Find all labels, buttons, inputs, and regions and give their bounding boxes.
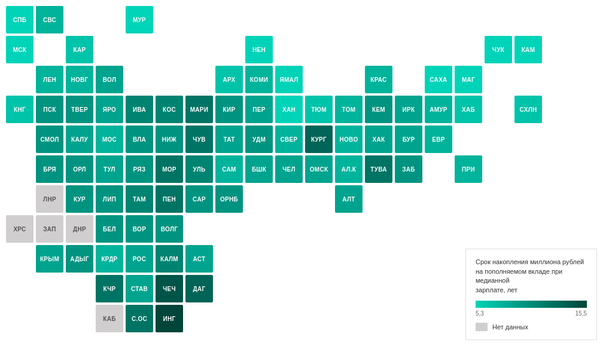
cell-крым: КРЫМ (36, 245, 63, 273)
cell-калу: КАЛУ (66, 126, 93, 153)
cell-мур: МУР (126, 6, 153, 33)
cell-инг: ИНГ (156, 305, 183, 332)
cell-свер: СВЕР (275, 126, 303, 153)
cell-ал.к: АЛ.К (335, 155, 363, 183)
cell-алт: АЛТ (335, 185, 363, 213)
cell-ямал: ЯМАЛ (275, 66, 303, 93)
cell-хрс: ХРС (6, 215, 34, 243)
cell-сар: САР (185, 185, 213, 213)
cell-вор: ВОР (126, 215, 153, 243)
cell-лен: ЛЕН (36, 66, 63, 93)
cell-вол: ВОЛ (96, 66, 123, 93)
map-container: СПБСВСМУРМСККАРНЕНЧУККАМЛЕННОВГВОЛАРХКОМ… (0, 0, 609, 364)
cell-крас: КРАС (365, 66, 392, 93)
cell-орнб: ОРНБ (215, 185, 243, 213)
cell-саха: САХА (425, 66, 452, 93)
cell-кос: КОС (156, 96, 183, 123)
cell-кчр: КЧР (96, 275, 123, 302)
cell-кур: КУР (66, 185, 93, 213)
cell-свс: СВС (36, 6, 63, 33)
cell-там: ТАМ (126, 185, 153, 213)
cell-кар: КАР (66, 36, 93, 63)
legend-max: 15,5 (575, 310, 587, 317)
cell-при: ПРИ (455, 155, 482, 183)
cell-бел: БЕЛ (96, 215, 123, 243)
legend-nodata-box (476, 323, 488, 331)
legend-nodata-label: Нет данных (492, 323, 528, 331)
cell-мари: МАРИ (185, 96, 213, 123)
cell-волг: ВОЛГ (156, 215, 183, 243)
cell-смол: СМОЛ (36, 126, 63, 153)
cell-орл: ОРЛ (66, 155, 93, 183)
cell-кам: КАМ (514, 36, 542, 63)
cell-каб: КАБ (96, 305, 123, 332)
cell-арх: АРХ (215, 66, 243, 93)
cell-рос: РОС (126, 245, 153, 273)
cell-уль: УЛЬ (185, 155, 213, 183)
cell-коми: КОМИ (245, 66, 273, 93)
cell-нен: НЕН (245, 36, 273, 63)
cell-хак: ХАК (365, 126, 392, 153)
cell-мор: МОР (156, 155, 183, 183)
cell-став: СТАВ (126, 275, 153, 302)
cell-амур: АМУР (425, 96, 452, 123)
cell-бшк: БШК (245, 155, 273, 183)
legend: Срок накопления миллиона рублей на попол… (465, 249, 597, 340)
cell-пен: ПЕН (156, 185, 183, 213)
cell-бря: БРЯ (36, 155, 63, 183)
cell-даг: ДАГ (185, 275, 213, 302)
cell-кем: КЕМ (365, 96, 392, 123)
cell-лнр: ЛНР (36, 185, 63, 213)
cell-сам: САМ (215, 155, 243, 183)
legend-title: Срок накопления миллиона рублей на попол… (476, 258, 587, 295)
cell-калм: КАЛМ (156, 245, 183, 273)
cell-кург: КУРГ (305, 126, 333, 153)
cell-ряз: РЯЗ (126, 155, 153, 183)
cell-тюм: ТЮМ (305, 96, 333, 123)
cell-адыг: АДЫГ (66, 245, 93, 273)
cell-новг: НОВГ (66, 66, 93, 93)
cell-чеч: ЧЕЧ (156, 275, 183, 302)
cell-аст: АСТ (185, 245, 213, 273)
cell-ново: НОВО (335, 126, 363, 153)
cell-чув: ЧУВ (185, 126, 213, 153)
cell-мск: МСК (6, 36, 34, 63)
cell-крдр: КРДР (96, 245, 123, 273)
cell-омск: ОМСК (305, 155, 333, 183)
cell-спб: СПБ (6, 6, 34, 33)
cell-пск: ПСК (36, 96, 63, 123)
cell-яро: ЯРО (96, 96, 123, 123)
legend-min: 5,3 (476, 310, 484, 317)
cell-схлн: СХЛН (514, 96, 542, 123)
cell-зап: ЗАП (36, 215, 63, 243)
cell-лип: ЛИП (96, 185, 123, 213)
cell-тат: ТАТ (215, 126, 243, 153)
cell-днр: ДНР (66, 215, 93, 243)
legend-nodata: Нет данных (476, 323, 587, 331)
cell-хаб: ХАБ (455, 96, 482, 123)
cell-пер: ПЕР (245, 96, 273, 123)
cell-твер: ТВЕР (66, 96, 93, 123)
cell-тува: ТУВА (365, 155, 392, 183)
cell-ниж: НИЖ (156, 126, 183, 153)
cell-ирк: ИРК (395, 96, 422, 123)
cell-кир: КИР (215, 96, 243, 123)
cell-удм: УДМ (245, 126, 273, 153)
legend-labels: 5,3 15,5 (476, 310, 587, 317)
cell-чук: ЧУК (485, 36, 512, 63)
cell-заб: ЗАБ (395, 155, 422, 183)
cell-евр: ЕВР (425, 126, 452, 153)
cell-мос: МОС (96, 126, 123, 153)
cell-тул: ТУЛ (96, 155, 123, 183)
cell-кнг: КНГ (6, 96, 34, 123)
cell-вла: ВЛА (126, 126, 153, 153)
cell-бур: БУР (395, 126, 422, 153)
cell-чел: ЧЕЛ (275, 155, 303, 183)
cell-с.ос: С.ОС (126, 305, 153, 332)
cell-том: ТОМ (335, 96, 363, 123)
legend-gradient (476, 301, 587, 308)
cell-хан: ХАН (275, 96, 303, 123)
cell-маг: МАГ (455, 66, 482, 93)
cell-ива: ИВА (126, 96, 153, 123)
